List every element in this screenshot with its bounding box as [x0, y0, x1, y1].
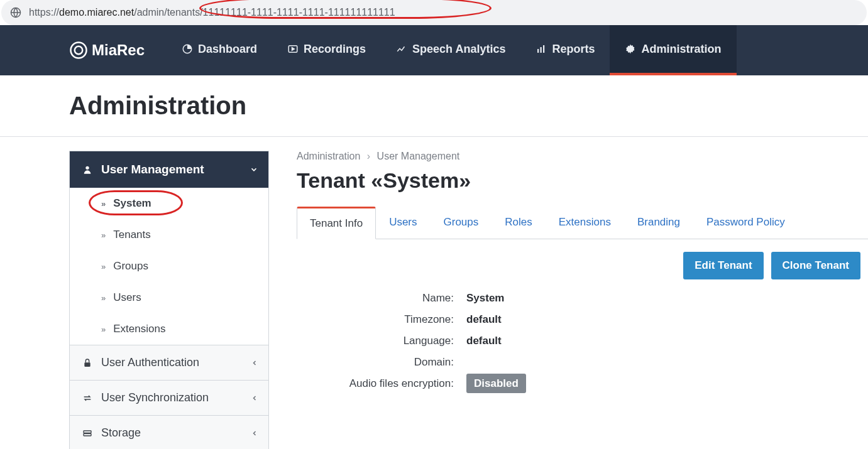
url-prefix: https://	[29, 7, 59, 18]
analytics-icon	[396, 43, 407, 55]
label-domain: Domain:	[297, 356, 466, 369]
main-content: Administration › User Management Tenant …	[269, 137, 868, 449]
double-chevron-icon: »	[101, 199, 106, 208]
nav-label: Reports	[552, 43, 595, 56]
double-chevron-icon: »	[101, 293, 106, 303]
tab-branding[interactable]: Branding	[624, 207, 693, 239]
sidebar-storage[interactable]: Storage	[70, 415, 268, 449]
edit-tenant-button[interactable]: Edit Tenant	[683, 252, 763, 279]
double-chevron-icon: »	[101, 262, 106, 271]
label-timezone: Timezone:	[297, 313, 466, 326]
tabs: Tenant Info Users Groups Roles Extension…	[297, 207, 868, 239]
nav-label: Dashboard	[198, 43, 257, 56]
sidebar-item-users[interactable]: » Users	[70, 282, 268, 313]
svg-point-9	[85, 166, 89, 170]
action-bar: Edit Tenant Clone Tenant	[297, 239, 868, 292]
svg-rect-7	[543, 45, 544, 53]
svg-rect-6	[541, 47, 542, 53]
url-host: demo.miarec.net	[59, 7, 134, 18]
storage-icon	[82, 428, 92, 438]
sidebar-item-extensions[interactable]: » Extensions	[70, 313, 268, 345]
svg-rect-11	[84, 431, 91, 433]
url-path: /admin/tenants/11111111-1111-1111-1111-1…	[134, 7, 395, 18]
value-timezone: default	[466, 313, 502, 326]
field-name: Name: System	[297, 292, 868, 305]
field-timezone: Timezone: default	[297, 313, 868, 326]
nav-recordings[interactable]: Recordings	[272, 25, 381, 75]
dashboard-icon	[182, 43, 193, 55]
sidebar-item-label: Tenants	[113, 229, 151, 241]
sidebar-user-management[interactable]: User Management	[70, 151, 268, 188]
breadcrumb: Administration › User Management	[297, 151, 868, 162]
brand-logo[interactable]: MiaRec	[0, 25, 167, 75]
breadcrumb-administration[interactable]: Administration	[297, 151, 360, 161]
nav-label: Administration	[641, 43, 721, 56]
svg-rect-10	[84, 362, 90, 367]
nav-label: Recordings	[304, 43, 366, 56]
sidebar-user-authentication[interactable]: User Authentication	[70, 345, 268, 380]
chevron-left-icon	[251, 430, 258, 437]
sidebar-item-label: Groups	[113, 260, 148, 273]
sidebar-section-label: Storage	[101, 426, 141, 440]
double-chevron-icon: »	[101, 230, 106, 240]
page-title: Administration	[69, 92, 868, 120]
field-domain: Domain:	[297, 356, 868, 369]
sidebar-item-label: Users	[113, 291, 141, 304]
chevron-down-icon	[250, 165, 258, 174]
tab-users[interactable]: Users	[376, 207, 430, 239]
sidebar-item-label: Extensions	[113, 323, 165, 335]
chevron-left-icon	[251, 394, 258, 402]
tab-extensions[interactable]: Extensions	[546, 207, 624, 239]
sidebar-item-label: System	[113, 197, 151, 210]
svg-rect-12	[84, 433, 91, 435]
breadcrumb-user-management[interactable]: User Management	[377, 151, 460, 161]
tab-tenant-info[interactable]: Tenant Info	[297, 207, 376, 239]
sidebar-user-synchronization[interactable]: User Synchronization	[70, 380, 268, 415]
svg-point-1	[71, 43, 87, 58]
tenant-title: Tenant «System»	[297, 168, 868, 193]
field-encryption: Audio files encryption: Disabled	[297, 377, 868, 390]
user-icon	[82, 165, 92, 175]
sidebar-item-system[interactable]: » System	[70, 188, 268, 219]
brand-text: MiaRec	[92, 41, 145, 59]
double-chevron-icon: »	[101, 325, 106, 334]
nav-dashboard[interactable]: Dashboard	[167, 25, 272, 75]
sync-icon	[82, 393, 92, 403]
nav-administration[interactable]: Administration	[610, 25, 736, 75]
sidebar-section-label: User Synchronization	[101, 391, 209, 404]
chevron-left-icon	[251, 359, 258, 367]
sidebar-item-tenants[interactable]: » Tenants	[70, 219, 268, 251]
tab-password-policy[interactable]: Password Policy	[693, 207, 798, 239]
svg-rect-5	[537, 49, 539, 53]
nav-speech-analytics[interactable]: Speech Analytics	[381, 25, 520, 75]
lock-icon	[82, 358, 92, 368]
value-name: System	[466, 292, 504, 305]
value-language: default	[466, 335, 502, 347]
tab-roles[interactable]: Roles	[492, 207, 545, 239]
play-icon	[287, 43, 299, 55]
browser-url-bar[interactable]: https://demo.miarec.net/admin/tenants/11…	[1, 0, 867, 25]
sidebar-head-label: User Management	[101, 163, 204, 176]
svg-point-2	[75, 46, 83, 55]
value-encryption-badge: Disabled	[466, 374, 526, 393]
sidebar-item-groups[interactable]: » Groups	[70, 251, 268, 282]
clone-tenant-button[interactable]: Clone Tenant	[771, 252, 860, 279]
sidebar: User Management » System » Tenants » Gro…	[69, 151, 269, 449]
label-encryption: Audio files encryption:	[297, 377, 466, 390]
reports-icon	[536, 43, 547, 55]
field-language: Language: default	[297, 335, 868, 347]
globe-icon	[10, 7, 21, 18]
top-navigation: MiaRec Dashboard Recordings Speech Analy…	[0, 25, 868, 75]
sidebar-section-label: User Authentication	[101, 356, 199, 369]
brand-icon	[69, 41, 88, 60]
nav-label: Speech Analytics	[412, 43, 505, 56]
tab-groups[interactable]: Groups	[431, 207, 492, 239]
nav-reports[interactable]: Reports	[520, 25, 610, 75]
label-name: Name:	[297, 292, 466, 305]
page-title-section: Administration	[0, 75, 868, 137]
gear-icon	[625, 43, 636, 55]
breadcrumb-separator: ›	[367, 151, 370, 161]
label-language: Language:	[297, 335, 466, 347]
